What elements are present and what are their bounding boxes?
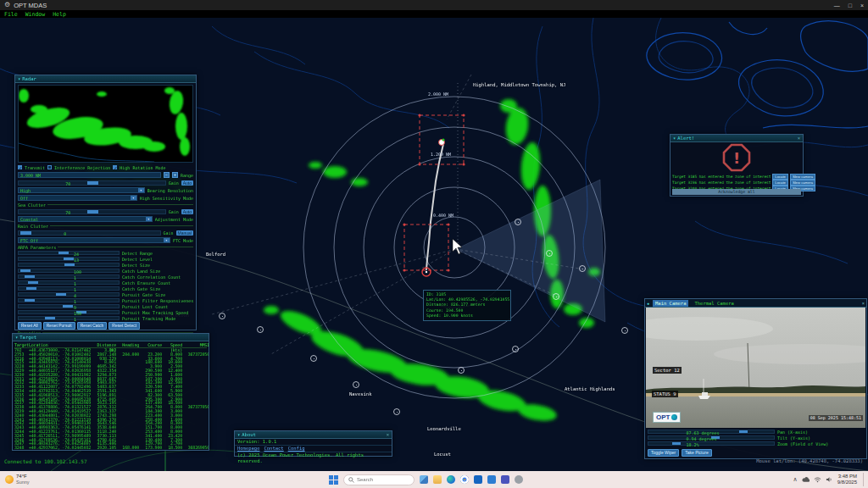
radar-panel-titlebar[interactable]: ▾ Radar bbox=[15, 75, 196, 83]
target-panel-titlebar[interactable]: ▾ Target bbox=[13, 334, 209, 341]
rain-gain-slider-handle[interactable] bbox=[20, 231, 31, 235]
tab-main-camera[interactable]: Main Camera bbox=[653, 300, 688, 307]
menu-window[interactable]: Window bbox=[25, 11, 45, 18]
acknowledge-all-button[interactable]: Acknowledge all bbox=[672, 189, 801, 195]
chrome-icon[interactable] bbox=[460, 475, 469, 484]
checkbox-interference-rejection[interactable] bbox=[47, 165, 52, 169]
sector-marker[interactable] bbox=[310, 355, 317, 362]
arpa-slider-catch-land-size[interactable]: 100 bbox=[18, 269, 120, 273]
camera-slider-tilt[interactable]: 0.94 degrees bbox=[648, 435, 775, 440]
close-icon[interactable]: × bbox=[798, 136, 800, 141]
arpa-slider-pursuit-gate-size[interactable]: 4 bbox=[18, 292, 120, 297]
arpa-slider-catch-erasure-count[interactable]: 1 bbox=[18, 280, 120, 285]
camera-slider-zoom[interactable]: 18.2% bbox=[648, 441, 775, 446]
arpa-slider-pursuit-filter-responsiveness[interactable]: 1 bbox=[18, 298, 120, 302]
menu-help[interactable]: Help bbox=[53, 11, 66, 18]
slider-handle[interactable] bbox=[25, 299, 35, 302]
arpa-slider-pursuit-max-tracking-speed[interactable]: 150 bbox=[18, 310, 120, 314]
settings-icon[interactable] bbox=[515, 475, 523, 484]
slider-handle[interactable] bbox=[26, 287, 36, 290]
minimize-button[interactable]: — bbox=[834, 3, 840, 8]
tab-thermal-camera[interactable]: Thermal Camera bbox=[692, 300, 736, 307]
close-button[interactable]: × bbox=[860, 3, 864, 8]
bearing-resolution-dropdown[interactable]: High ▾ bbox=[18, 187, 145, 193]
sea-gain-slider-handle[interactable] bbox=[87, 210, 98, 214]
sector-marker[interactable] bbox=[579, 265, 586, 272]
slider-handle[interactable] bbox=[63, 305, 73, 308]
chevron-down-icon[interactable]: ▾ bbox=[164, 238, 170, 242]
sector-marker[interactable] bbox=[512, 346, 519, 352]
arpa-slider-catch-gate-size[interactable]: 1 bbox=[18, 286, 120, 291]
adjustment-mode-dropdown[interactable]: Coastal ▾ bbox=[18, 216, 153, 222]
arpa-slider-pursuit-tracking-mode[interactable]: 1 bbox=[18, 316, 120, 320]
slider-handle[interactable] bbox=[45, 317, 55, 319]
edge-icon[interactable] bbox=[447, 475, 455, 484]
folder-icon[interactable] bbox=[433, 475, 442, 484]
chevron-down-icon[interactable]: ▾ bbox=[131, 196, 136, 200]
collapse-icon[interactable]: ▾ bbox=[237, 432, 240, 437]
high-sensitivity-dropdown[interactable]: Off ▾ bbox=[18, 195, 137, 201]
gain-slider-handle[interactable] bbox=[87, 181, 98, 185]
range-dropdown[interactable]: 3.000 NM bbox=[18, 172, 161, 178]
slider-handle[interactable] bbox=[64, 263, 75, 266]
maximize-button[interactable]: □ bbox=[849, 3, 852, 8]
sector-marker[interactable] bbox=[219, 313, 225, 319]
slider-handle[interactable] bbox=[672, 442, 681, 445]
checkbox-transmit[interactable] bbox=[18, 165, 22, 169]
chevron-down-icon[interactable]: ▾ bbox=[146, 217, 152, 221]
camera-slider-pan[interactable]: 87.63 degrees bbox=[648, 430, 775, 434]
range-plus-button[interactable]: + bbox=[172, 172, 178, 178]
slider-handle[interactable] bbox=[56, 293, 66, 296]
wifi-icon[interactable] bbox=[814, 476, 821, 483]
arpa-slider-pursuit-lost-count[interactable]: 9 bbox=[18, 304, 120, 308]
tray-chevron-up-icon[interactable]: ∧ bbox=[793, 475, 798, 484]
collapse-icon[interactable]: ▾ bbox=[18, 76, 20, 81]
sector-marker[interactable] bbox=[458, 367, 465, 374]
search-input[interactable]: Search bbox=[343, 474, 415, 485]
outlook-icon[interactable] bbox=[474, 475, 482, 484]
show-desktop-button[interactable] bbox=[863, 473, 865, 486]
close-icon[interactable]: × bbox=[862, 301, 865, 306]
gain-auto-badge[interactable]: Auto bbox=[181, 180, 193, 186]
arpa-slider-detect-level[interactable]: 13 bbox=[18, 257, 120, 261]
reset-all-button[interactable]: Reset All bbox=[18, 322, 42, 330]
slider-handle[interactable] bbox=[20, 269, 31, 272]
collapse-icon[interactable]: ▾ bbox=[15, 335, 18, 340]
sea-gain-auto-badge[interactable]: Auto bbox=[181, 209, 193, 214]
cloud-icon[interactable] bbox=[802, 476, 810, 483]
homepage-link[interactable]: Homepage bbox=[237, 446, 260, 452]
arpa-slider-detect-range[interactable]: 24 bbox=[18, 251, 120, 255]
reset-pursuit-button[interactable]: Reset Pursuit bbox=[43, 322, 75, 330]
alert-panel-titlebar[interactable]: ▾ Alert! × bbox=[670, 135, 803, 142]
range-minus-button[interactable]: − bbox=[164, 172, 170, 178]
chevron-down-icon[interactable]: ▾ bbox=[138, 188, 144, 192]
taskbar-clock[interactable]: 3:48 PM 9/8/2025 bbox=[837, 474, 857, 485]
slider-handle[interactable] bbox=[25, 275, 35, 278]
sector-marker[interactable] bbox=[621, 327, 628, 334]
reset-catch-button[interactable]: Reset Catch bbox=[77, 322, 108, 330]
toggle-wiper-button[interactable]: Toggle Wiper bbox=[648, 449, 679, 457]
arpa-slider-catch-correlation-count[interactable]: 1 bbox=[18, 274, 120, 279]
contact-link[interactable]: Contact bbox=[264, 446, 284, 452]
slider-handle[interactable] bbox=[28, 281, 38, 284]
slider-handle[interactable] bbox=[739, 430, 748, 433]
reset-detect-button[interactable]: Reset Detect bbox=[108, 322, 140, 330]
taskview-icon[interactable] bbox=[420, 475, 428, 484]
close-icon[interactable]: × bbox=[387, 432, 389, 437]
sector-marker[interactable] bbox=[353, 381, 359, 388]
teams-icon[interactable] bbox=[501, 475, 509, 484]
sector-marker[interactable] bbox=[546, 250, 553, 257]
arpa-slider-detect-size[interactable] bbox=[18, 263, 120, 267]
sector-marker[interactable] bbox=[553, 293, 559, 300]
store-icon[interactable] bbox=[487, 475, 496, 484]
rain-gain-slider[interactable]: 0 bbox=[18, 230, 161, 236]
menu-file[interactable]: File bbox=[4, 11, 18, 18]
collapse-icon[interactable]: ▾ bbox=[673, 136, 676, 141]
config-link[interactable]: Config bbox=[288, 446, 305, 452]
ftc-mode-dropdown[interactable]: FTC Off ▾ bbox=[18, 237, 170, 243]
volume-icon[interactable] bbox=[826, 476, 833, 483]
slider-handle[interactable] bbox=[58, 252, 69, 254]
take-picture-button[interactable]: Take Picture bbox=[682, 449, 712, 457]
slider-handle[interactable] bbox=[64, 258, 74, 260]
checkbox-high-rotation-mode[interactable] bbox=[113, 165, 117, 169]
